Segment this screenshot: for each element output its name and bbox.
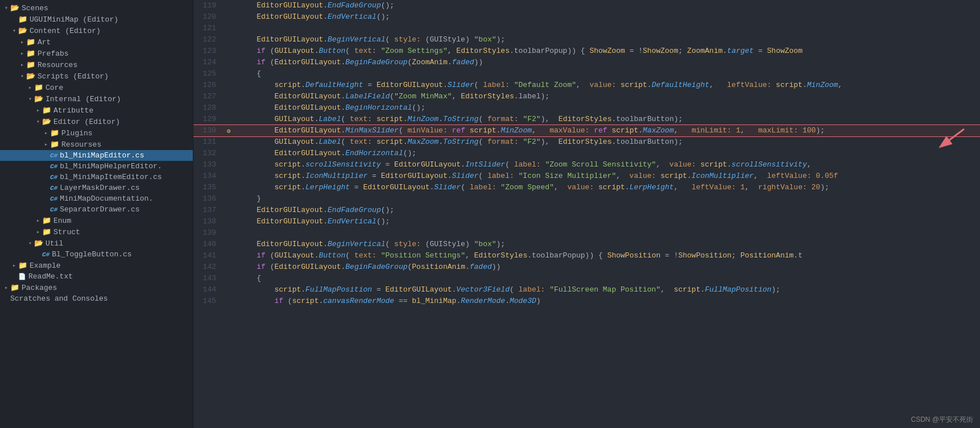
tree-item-separator[interactable]: C#SeparatorDrawer.cs xyxy=(0,204,193,215)
code-content: EditorGUILayout.EndFadeGroup(); xyxy=(234,205,980,216)
gutter xyxy=(223,57,234,68)
code-row: 121 xyxy=(193,23,980,34)
code-row: 125 { xyxy=(193,68,980,80)
tree-item-struct[interactable]: 📁Struct xyxy=(0,226,193,238)
gutter xyxy=(223,284,234,296)
code-content: { xyxy=(234,273,980,284)
tree-item-label: Content (Editor) xyxy=(30,27,101,35)
code-row: 142 if (EditorGUILayout.BeginFadeGroup(P… xyxy=(193,261,980,273)
code-row: 134 script.IconMultiplier = EditorGUILay… xyxy=(193,171,980,182)
tree-item-atributte[interactable]: 📁Atributte xyxy=(0,105,193,116)
tree-item-bl-minimaphelper[interactable]: C#bl_MiniMapHelperEditor. xyxy=(0,161,193,172)
folder-icon: 📁 xyxy=(18,15,27,24)
tree-item-label: Scratches and Consoles xyxy=(10,294,108,303)
code-content: script.DefaultHeight = EditorGUILayout.S… xyxy=(234,80,980,91)
tree-item-label: Editor (Editor) xyxy=(53,118,120,126)
code-content: if (GUILayout.Button( text: "Position Se… xyxy=(234,250,980,261)
code-content: if (EditorGUILayout.BeginFadeGroup(Posit… xyxy=(234,261,980,273)
folder-open-icon: 📂 xyxy=(42,117,51,126)
tree-item-label: Art xyxy=(38,38,51,47)
file-tree[interactable]: 📂Scenes📁UGUIMiniMap (Editor)📂Content (Ed… xyxy=(0,0,193,428)
tree-item-label: Resourses xyxy=(61,140,101,149)
gutter xyxy=(223,182,234,193)
gutter xyxy=(223,261,234,273)
tree-item-enum[interactable]: 📁Enum xyxy=(0,215,193,226)
tree-item-label: Packages xyxy=(22,284,57,292)
tree-item-label: Enum xyxy=(53,217,71,225)
line-number: 132 xyxy=(193,148,223,159)
tree-item-bl-togglebutton[interactable]: C#Bl_ToggleButton.cs xyxy=(0,249,193,260)
code-lines: 119 EditorGUILayout.EndFadeGroup();120 E… xyxy=(193,0,980,307)
tree-item-scratches[interactable]: Scratches and Consoles xyxy=(0,293,193,304)
line-number: 138 xyxy=(193,216,223,227)
line-number: 141 xyxy=(193,250,223,261)
tree-item-bl-minimapeditor[interactable]: C#bl_MiniMapEditor.cs xyxy=(0,150,193,161)
tree-item-internal[interactable]: 📂Internal (Editor) xyxy=(0,93,193,105)
arrow-closed xyxy=(10,262,18,269)
code-row: 130⚙ EditorGUILayout.MinMaxSlider( minVa… xyxy=(193,125,980,136)
code-content: if (EditorGUILayout.BeginFadeGroup(ZoomA… xyxy=(234,57,980,68)
code-content xyxy=(234,227,980,239)
code-content: EditorGUILayout.EndHorizontal(); xyxy=(234,148,980,159)
tree-item-ugui-minimap[interactable]: 📁UGUIMiniMap (Editor) xyxy=(0,14,193,25)
tree-item-example[interactable]: 📁Example xyxy=(0,260,193,271)
tree-item-util[interactable]: 📂Util xyxy=(0,238,193,249)
code-row: 129 GUILayout.Label( text: script.MinZoo… xyxy=(193,114,980,125)
tree-item-art[interactable]: 📁Art xyxy=(0,36,193,48)
gutter xyxy=(223,205,234,216)
line-number: 139 xyxy=(193,227,223,239)
gutter xyxy=(223,250,234,261)
arrow-closed xyxy=(42,141,50,148)
arrow-open xyxy=(2,5,10,11)
code-content: { xyxy=(234,68,980,80)
tree-item-layermask[interactable]: C#LayerMaskDrawer.cs xyxy=(0,182,193,193)
tree-item-prefabs[interactable]: 📁Prefabs xyxy=(0,48,193,59)
line-number: 133 xyxy=(193,159,223,171)
line-number: 121 xyxy=(193,23,223,34)
code-row: 141 if (GUILayout.Button( text: "Positio… xyxy=(193,250,980,261)
code-content: script.IconMultiplier = EditorGUILayout.… xyxy=(234,171,980,182)
gutter xyxy=(223,23,234,34)
code-row: 126 script.DefaultHeight = EditorGUILayo… xyxy=(193,80,980,91)
code-row: 124 if (EditorGUILayout.BeginFadeGroup(Z… xyxy=(193,57,980,68)
code-row: 139 xyxy=(193,227,980,239)
code-content: EditorGUILayout.BeginVertical( style: (G… xyxy=(234,34,980,45)
folder-closed-icon: 📁 xyxy=(18,261,27,270)
tree-item-label: ReadMe.txt xyxy=(28,272,73,281)
tree-item-plugins[interactable]: 📁Plugins xyxy=(0,127,193,139)
arrow-closed xyxy=(34,107,42,114)
arrow-open xyxy=(10,27,18,34)
gutter xyxy=(223,193,234,205)
code-content: EditorGUILayout.EndVertical(); xyxy=(234,11,980,23)
tree-item-content[interactable]: 📂Content (Editor) xyxy=(0,25,193,36)
line-number: 120 xyxy=(193,11,223,23)
tree-item-packages[interactable]: 📁Packages xyxy=(0,282,193,293)
tree-item-label: Plugins xyxy=(61,129,93,138)
line-number: 145 xyxy=(193,296,223,307)
line-number: 137 xyxy=(193,205,223,216)
folder-closed-icon: 📁 xyxy=(26,38,35,47)
tree-item-readme[interactable]: 📄ReadMe.txt xyxy=(0,271,193,282)
tree-item-editor[interactable]: 📂Editor (Editor) xyxy=(0,116,193,127)
cs-file-icon: C# xyxy=(50,185,57,192)
arrow-closed xyxy=(18,39,26,45)
folder-open-icon: 📂 xyxy=(26,72,35,81)
line-number: 124 xyxy=(193,57,223,68)
code-row: 135 script.LerpHeight = EditorGUILayout.… xyxy=(193,182,980,193)
tree-item-bl-minimapitem[interactable]: C#bl_MiniMapItemEditor.cs xyxy=(0,172,193,182)
tree-item-label: Scenes xyxy=(22,4,48,13)
tree-item-minimapdoc[interactable]: C#MiniMapDocumentation. xyxy=(0,193,193,204)
gutter xyxy=(223,102,234,114)
tree-item-resources[interactable]: 📁Resources xyxy=(0,59,193,70)
tree-item-scripts[interactable]: 📂Scripts (Editor) xyxy=(0,70,193,82)
cs-file-icon: C# xyxy=(42,251,49,258)
code-row: 138 EditorGUILayout.EndVertical(); xyxy=(193,216,980,227)
gutter xyxy=(223,136,234,148)
tree-item-label: Bl_ToggleButton.cs xyxy=(52,250,131,259)
tree-item-scenes[interactable]: 📂Scenes xyxy=(0,2,193,14)
tree-item-resourses[interactable]: 📁Resourses xyxy=(0,139,193,150)
arrow-open xyxy=(18,73,26,80)
folder-closed-icon: 📁 xyxy=(26,49,35,58)
gutter-icon[interactable]: ⚙ xyxy=(227,127,231,135)
tree-item-core[interactable]: 📁Core xyxy=(0,82,193,93)
